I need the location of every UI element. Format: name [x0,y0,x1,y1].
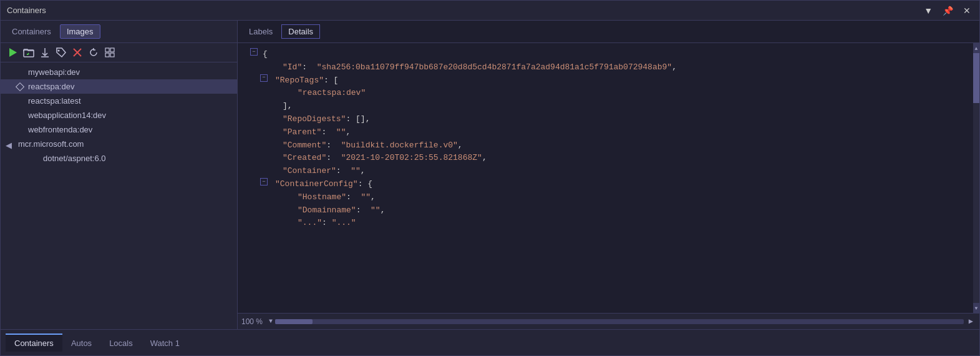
title-bar-right: ▼ 📌 ✕ [921,4,973,17]
zoom-dropdown[interactable]: ▼ [269,318,273,325]
collapse-button[interactable]: − [260,178,268,185]
json-value: "sha256:0ba11079ff947bb687e20d8d5cd4b287… [317,62,672,72]
pull-icon [39,47,51,58]
json-line: "Created": "2021-10-20T02:25:55.821868Z"… [243,152,968,165]
refresh-icon [88,47,99,58]
bottom-tab-containers[interactable]: Containers [6,334,62,352]
list-item-selected[interactable]: reactspa:dev [1,79,237,94]
bottom-tab-bar: Containers Autos Locals Watch 1 [1,329,979,355]
list-item[interactable]: dotnet/aspnet:6.0 [1,151,237,166]
json-key: "RepoTags" [275,76,324,85]
svg-rect-9 [105,53,109,57]
refresh-button[interactable] [87,46,100,59]
line-gutter: − [255,74,273,82]
json-key: "Hostname" [298,192,346,202]
json-line: "Domainname": "", [243,204,968,217]
window-title: Containers [7,6,46,15]
browse-button[interactable] [22,46,36,59]
json-key: "ContainerConfig" [275,179,358,189]
run-button[interactable] [6,46,19,59]
json-line: "...": "..." [243,217,968,230]
left-tabs-row: Containers Images [1,21,237,43]
zoom-bar: 100 % ▼ ▶ [238,313,979,329]
tag-button[interactable] [54,46,68,59]
title-bar: Containers ▼ 📌 ✕ [1,1,979,21]
svg-rect-8 [110,48,114,52]
json-value: "buildkit.dockerfile.v0" [341,141,458,150]
json-line: − { [243,48,968,61]
json-value: "2021-10-20T02:25:55.821868Z" [341,153,482,162]
scroll-down-button[interactable]: ▼ [973,303,979,313]
list-item[interactable]: webapplication14:dev [1,108,237,122]
push-icon [104,47,115,58]
json-line: ], [243,100,968,113]
image-icon [16,126,24,134]
json-line: "Container": "", [243,165,968,178]
svg-rect-7 [105,48,109,52]
list-item-group[interactable]: ◀ mcr.microsoft.com [1,137,237,151]
left-panel: Containers Images [1,21,238,329]
tag-icon [56,47,67,58]
pull-button[interactable] [38,46,52,59]
scroll-track [973,53,979,303]
json-value: "..." [332,218,356,227]
collapse-button[interactable]: − [260,74,268,82]
bottom-tab-autos[interactable]: Autos [62,334,100,352]
line-gutter: − [255,178,273,185]
list-item[interactable]: reactspa:latest [1,94,237,108]
json-content: − { "Id": "sha256:0ba11079ff947bb687e20d… [238,48,973,230]
horizontal-scroll-track[interactable] [275,319,964,324]
json-key: "..." [298,218,322,227]
json-key: "Comment" [283,141,326,150]
json-key: "Created" [283,153,326,162]
json-line: "RepoDigests": [], [243,113,968,126]
image-icon [16,97,24,106]
json-key: "RepoDigests" [283,114,346,124]
push-button[interactable] [103,46,117,59]
json-line: − "ContainerConfig": { [243,178,968,191]
json-value: "" [371,205,381,215]
dropdown-button[interactable]: ▼ [921,4,935,17]
diamond-icon [16,82,24,91]
json-value: "" [361,192,371,202]
image-label: reactspa:dev [28,82,74,91]
right-panel: Labels Details − { [238,21,979,329]
title-bar-left: Containers [7,6,46,15]
scroll-thumb[interactable] [973,53,979,103]
list-item[interactable]: webfrontenda:dev [1,122,237,137]
tab-labels[interactable]: Labels [243,25,279,38]
json-brace: { [263,48,268,61]
scroll-up-button[interactable]: ▲ [973,43,979,53]
image-label: dotnet/aspnet:6.0 [43,154,105,163]
image-label: webapplication14:dev [28,111,106,120]
json-line: − "RepoTags": [ [243,74,968,87]
tab-containers[interactable]: Containers [6,25,57,38]
bottom-tab-watch1[interactable]: Watch 1 [142,334,188,352]
tab-details[interactable]: Details [281,24,320,39]
image-icon [16,111,24,120]
svg-point-4 [58,50,60,52]
tab-images[interactable]: Images [60,24,100,39]
delete-button[interactable] [70,46,84,59]
vertical-scrollbar[interactable]: ▲ ▼ [973,43,979,313]
svg-marker-0 [9,48,17,57]
json-view[interactable]: − { "Id": "sha256:0ba11079ff947bb687e20d… [238,43,973,313]
json-key: "Id" [283,62,302,72]
detail-tabs-row: Labels Details [238,21,979,43]
bottom-tab-locals[interactable]: Locals [100,334,142,352]
main-content: Containers Images [1,21,979,329]
scroll-right-button[interactable]: ▶ [966,317,976,326]
close-button[interactable]: ✕ [961,4,973,17]
horizontal-scroll-thumb[interactable] [275,319,313,324]
json-line: "Parent": "", [243,126,968,139]
json-value: "reactspa:dev" [298,88,366,97]
image-label: reactspa:latest [28,96,81,106]
image-list: mywebapi:dev reactspa:dev reactspa:lates… [1,62,237,329]
collapse-button[interactable]: − [250,48,258,56]
delete-icon [72,47,83,58]
json-value: "" [336,127,346,137]
line-gutter: − [245,48,263,56]
list-item[interactable]: mywebapi:dev [1,65,237,79]
pin-button[interactable]: 📌 [940,4,956,17]
json-line: "Id": "sha256:0ba11079ff947bb687e20d8d5c… [243,61,968,74]
